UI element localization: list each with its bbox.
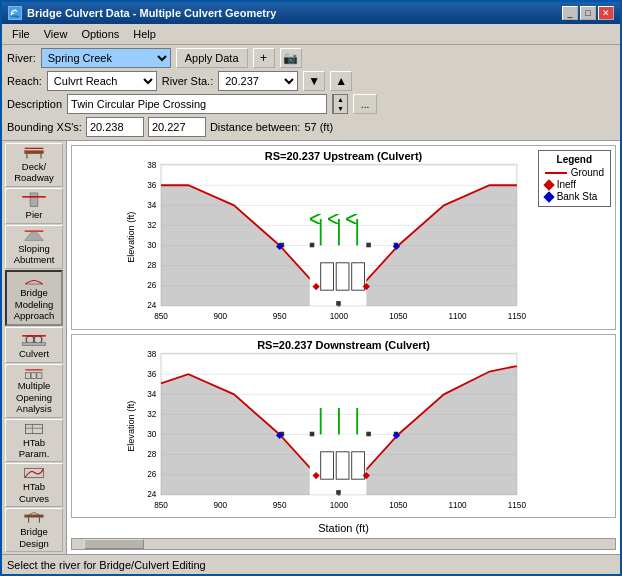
svg-text:28: 28: [147, 450, 157, 459]
river-sta-label: River Sta.:: [162, 75, 213, 87]
svg-rect-102: [366, 431, 371, 436]
main-window: 🌊 Bridge Culvert Data - Multiple Culvert…: [0, 0, 622, 576]
apply-data-button[interactable]: Apply Data: [176, 48, 248, 68]
distance-value: 57 (ft): [304, 121, 333, 133]
svg-rect-0: [25, 151, 44, 154]
up-arrow-icon[interactable]: ▲: [330, 71, 352, 91]
downstream-chart-title: RS=20.237 Downstream (Culvert): [257, 339, 430, 351]
legend-ineff-diamond: [543, 179, 554, 190]
svg-rect-58: [352, 263, 365, 290]
spin-down[interactable]: ▼: [333, 104, 347, 113]
svg-text:850: 850: [154, 501, 168, 510]
svg-text:1150: 1150: [508, 501, 527, 510]
svg-text:38: 38: [147, 161, 157, 170]
dotdot-button[interactable]: ...: [353, 94, 377, 114]
desc-label: Description: [7, 98, 62, 110]
river-sta-select[interactable]: 20.237: [218, 71, 298, 91]
desc-row: Description ▲ ▼ ...: [7, 94, 615, 114]
svg-text:1100: 1100: [448, 501, 467, 510]
left-panel: Deck/ Roadway Pier Sloping Abutment: [2, 141, 67, 554]
sidebar-item-bridge-modeling[interactable]: Bridge Modeling Approach: [5, 270, 63, 326]
maximize-btn[interactable]: □: [580, 6, 596, 20]
sidebar-item-htab-curves[interactable]: HTab Curves: [5, 463, 63, 507]
htab-param-label: HTab Param.: [8, 437, 60, 460]
svg-rect-12: [22, 342, 45, 345]
svg-marker-6: [25, 232, 44, 240]
x-axis-label: Station (ft): [71, 522, 616, 534]
menu-options[interactable]: Options: [75, 26, 125, 42]
reach-label: Reach:: [7, 75, 42, 87]
svg-text:1050: 1050: [389, 501, 408, 510]
svg-text:34: 34: [147, 390, 157, 399]
svg-rect-60: [366, 243, 371, 248]
river-select[interactable]: Spring Creek: [41, 48, 171, 68]
bridge-modeling-label: Bridge Modeling Approach: [9, 287, 59, 321]
svg-rect-101: [310, 431, 315, 436]
sidebar-item-htab-param[interactable]: HTab Param.: [5, 419, 63, 463]
svg-text:Elevation (ft): Elevation (ft): [126, 212, 136, 263]
chart-area: RS=20.237 Upstream (Culvert) Legend Grou…: [67, 141, 620, 554]
close-btn[interactable]: ✕: [598, 6, 614, 20]
svg-rect-4: [30, 193, 38, 207]
svg-text:1100: 1100: [448, 312, 467, 321]
sloping-abutment-icon: [20, 228, 48, 242]
svg-text:1150: 1150: [508, 312, 527, 321]
htab-curves-icon: [20, 466, 48, 480]
sidebar-item-culvert[interactable]: Culvert: [5, 327, 63, 363]
svg-rect-15: [37, 372, 42, 378]
bounding-label: Bounding XS's:: [7, 121, 82, 133]
horizontal-scrollbar[interactable]: [71, 538, 616, 550]
scrollbar-thumb[interactable]: [84, 539, 144, 549]
htab-curves-label: HTab Curves: [8, 481, 60, 504]
svg-text:28: 28: [147, 261, 157, 270]
svg-rect-63: [336, 301, 341, 306]
svg-text:32: 32: [147, 410, 157, 419]
svg-text:950: 950: [273, 501, 287, 510]
menu-view[interactable]: View: [38, 26, 74, 42]
sidebar-item-deck-roadway[interactable]: Deck/ Roadway: [5, 143, 63, 187]
main-area: Deck/ Roadway Pier Sloping Abutment: [2, 141, 620, 554]
svg-rect-14: [31, 372, 36, 378]
svg-text:30: 30: [147, 241, 157, 250]
bounding-val1[interactable]: [86, 117, 144, 137]
camera-icon[interactable]: 📷: [280, 48, 302, 68]
svg-line-24: [29, 513, 34, 515]
svg-text:36: 36: [147, 181, 157, 190]
menu-bar: File View Options Help: [2, 24, 620, 45]
legend-ground-line: [545, 172, 567, 174]
culvert-icon: [20, 330, 48, 348]
minimize-btn[interactable]: _: [562, 6, 578, 20]
bridge-design-label: Bridge Design: [8, 526, 60, 549]
upstream-chart: RS=20.237 Upstream (Culvert) Legend Grou…: [71, 145, 616, 330]
bounding-val2[interactable]: [148, 117, 206, 137]
title-controls: _ □ ✕: [562, 6, 614, 20]
svg-rect-100: [352, 451, 365, 478]
multiple-opening-icon: [20, 367, 48, 380]
htab-param-icon: [20, 422, 48, 436]
svg-rect-57: [336, 263, 349, 290]
sidebar-item-multiple-opening[interactable]: Multiple Opening Analysis: [5, 364, 63, 418]
spin-up[interactable]: ▲: [333, 95, 347, 104]
sidebar-item-bridge-design[interactable]: Bridge Design: [5, 508, 63, 552]
distance-label: Distance between:: [210, 121, 301, 133]
downstream-chart: RS=20.237 Downstream (Culvert) Elevation…: [71, 334, 616, 519]
app-icon: 🌊: [8, 6, 22, 20]
svg-text:1000: 1000: [330, 501, 349, 510]
river-label: River:: [7, 52, 36, 64]
status-bar: Select the river for Bridge/Culvert Edit…: [2, 554, 620, 574]
menu-help[interactable]: Help: [127, 26, 162, 42]
desc-input[interactable]: [67, 94, 327, 114]
down-arrow-icon[interactable]: ▼: [303, 71, 325, 91]
menu-file[interactable]: File: [6, 26, 36, 42]
toolbar: River: Spring Creek Apply Data + 📷 Reach…: [2, 45, 620, 141]
bridge-modeling-icon: [20, 274, 48, 287]
sidebar-item-sloping-abutment[interactable]: Sloping Abutment: [5, 225, 63, 269]
sidebar-item-pier[interactable]: Pier: [5, 188, 63, 224]
desc-spinbox: ▲ ▼: [332, 94, 348, 114]
svg-rect-99: [336, 451, 349, 478]
reach-select[interactable]: Culvrt Reach: [47, 71, 157, 91]
bounding-row: Bounding XS's: Distance between: 57 (ft): [7, 117, 615, 137]
svg-text:1000: 1000: [330, 312, 349, 321]
add-icon[interactable]: +: [253, 48, 275, 68]
legend-banksta-label: Bank Sta: [557, 191, 598, 202]
